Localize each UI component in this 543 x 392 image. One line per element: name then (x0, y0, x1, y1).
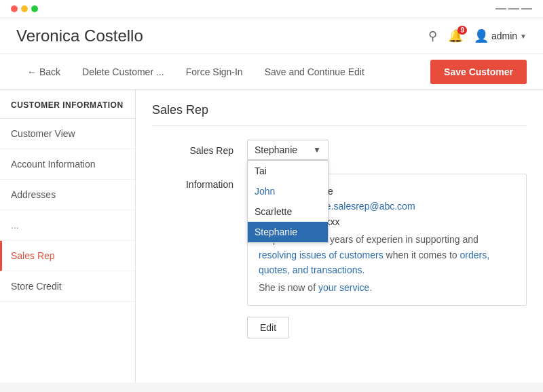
maximize-dot[interactable] (31, 5, 38, 12)
dropdown-option-scarlette[interactable]: Scarlette (248, 201, 328, 222)
admin-label: admin (491, 31, 517, 41)
sidebar-item-more[interactable]: ... (0, 210, 135, 241)
sales-rep-label: Sales Rep (152, 140, 233, 156)
sidebar: CUSTOMER INFORMATION Customer View Accou… (0, 90, 136, 383)
sidebar-item-store-credit[interactable]: Store Credit (0, 271, 135, 302)
dropdown-option-tai[interactable]: Tai (248, 161, 328, 181)
sidebar-header: CUSTOMER INFORMATION (0, 90, 135, 119)
notification-button[interactable]: 🔔 9 (448, 28, 463, 43)
description-line2-highlight: your service. (318, 282, 372, 293)
hamburger-icon[interactable] (495, 7, 532, 11)
dropdown-option-stephanie[interactable]: Stephanie (248, 222, 328, 242)
edit-button[interactable]: Edit (247, 317, 289, 338)
description-line2-pre: She is now of (259, 282, 318, 293)
header-actions: ⚲ 🔔 9 👤 admin ▼ (428, 28, 527, 43)
force-signin-button[interactable]: Force Sign-In (175, 54, 254, 90)
back-button[interactable]: ← Back (16, 54, 71, 90)
notification-badge: 9 (457, 26, 467, 35)
toolbar: ← Back Delete Customer ... Force Sign-In… (0, 54, 543, 90)
user-icon: 👤 (474, 28, 489, 43)
chevron-down-icon: ▼ (313, 145, 321, 155)
sidebar-item-account-information[interactable]: Account Information (0, 149, 135, 180)
information-label: Information (152, 174, 233, 190)
description-text-2: when it comes to (383, 250, 460, 260)
sidebar-item-sales-rep[interactable]: Sales Rep (0, 241, 135, 271)
sidebar-item-customer-view[interactable]: Customer View (0, 119, 135, 149)
dropdown-list: Tai John Scarlette Stephanie (247, 160, 329, 243)
window-controls (11, 5, 38, 12)
sales-rep-dropdown[interactable]: Stephanie ▼ (247, 140, 329, 160)
sidebar-item-addresses[interactable]: Addresses (0, 180, 135, 210)
sales-rep-field: Stephanie ▼ Tai John Scarlette Stephanie (247, 140, 527, 160)
save-customer-button[interactable]: Save Customer (430, 60, 527, 84)
dropdown-selected-value: Stephanie (255, 144, 297, 155)
close-dot[interactable] (11, 5, 18, 12)
page-header: Veronica Costello ⚲ 🔔 9 👤 admin ▼ (0, 18, 543, 54)
section-title: Sales Rep (152, 103, 527, 126)
search-button[interactable]: ⚲ (428, 28, 437, 43)
sales-rep-dropdown-wrapper[interactable]: Stephanie ▼ Tai John Scarlette Stephanie (247, 140, 329, 160)
info-description-2: She is now of your service. (259, 280, 515, 295)
description-highlight: resolving issues of customers (259, 250, 383, 260)
chevron-down-icon: ▼ (520, 33, 527, 40)
dropdown-option-john[interactable]: John (248, 181, 328, 201)
sales-rep-row: Sales Rep Stephanie ▼ Tai John Scarlette… (152, 140, 527, 160)
information-row: Information Name: Stephanie Email: steph… (152, 174, 527, 338)
page-title: Veronica Costello (16, 26, 143, 45)
save-continue-button[interactable]: Save and Continue Edit (254, 54, 375, 90)
delete-customer-button[interactable]: Delete Customer ... (71, 54, 175, 90)
main-content: CUSTOMER INFORMATION Customer View Accou… (0, 90, 543, 383)
admin-menu-button[interactable]: 👤 admin ▼ (474, 28, 527, 43)
content-area: Sales Rep Sales Rep Stephanie ▼ Tai John… (136, 90, 543, 383)
minimize-dot[interactable] (21, 5, 28, 12)
titlebar (0, 0, 543, 18)
